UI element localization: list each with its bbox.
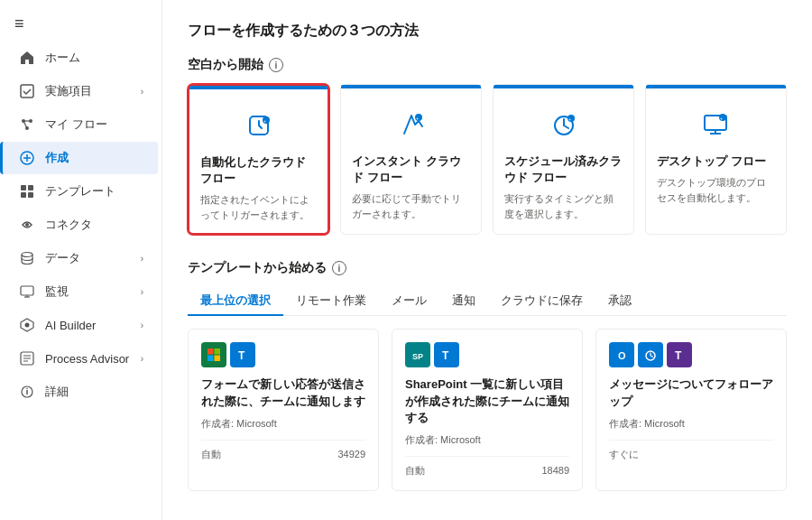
svg-rect-10	[28, 185, 33, 190]
template-card-tc3[interactable]: OTメッセージについてフォローアップ作成者: Microsoftすぐに	[595, 329, 787, 491]
flow-card-instant[interactable]: +インスタント クラウド フロー必要に応じて手動でトリガーされます。	[340, 84, 482, 235]
svg-point-19	[25, 323, 30, 328]
template-cards-row: Tフォームで新しい応答が送信された際に、チームに通知します作成者: Micros…	[188, 329, 787, 491]
sidebar-item-monitor[interactable]: 監視›	[4, 275, 158, 308]
template-tab-approve[interactable]: 承認	[595, 287, 644, 316]
home-icon	[18, 49, 36, 67]
connector-icon	[18, 216, 36, 234]
card-top-bar-instant	[341, 85, 481, 88]
tc-title-tc1: フォームで新しい応答が送信された際に、チームに通知します	[201, 376, 365, 409]
card-desc-schedule: 実行するタイミングと頻度を選択します。	[504, 191, 623, 221]
card-label-auto: 自動化したクラウド フロー	[200, 154, 317, 187]
tc-author-tc1: 作成者: Microsoft	[201, 417, 365, 431]
sidebar-item-template[interactable]: テンプレート	[4, 175, 158, 208]
svg-text:+: +	[263, 118, 266, 124]
template-card-tc1[interactable]: Tフォームで新しい応答が送信された際に、チームに通知します作成者: Micros…	[188, 329, 379, 491]
svg-text:+: +	[415, 116, 419, 121]
chevron-icon-data: ›	[141, 254, 143, 264]
svg-text:+: +	[567, 116, 571, 122]
tc-count-tc1: 34929	[337, 449, 365, 460]
svg-line-34	[564, 125, 568, 128]
template-tabs: 最上位の選択リモート作業メール通知クラウドに保存承認	[188, 287, 787, 316]
tc-icons-tc3: OT	[609, 342, 773, 367]
svg-text:T: T	[442, 349, 449, 362]
card-desc-auto: 指定されたイベントによってトリガーされます。	[200, 192, 317, 222]
sidebar-item-aibuilder[interactable]: AI Builder›	[4, 309, 158, 341]
svg-rect-15	[21, 286, 33, 295]
flow-card-schedule[interactable]: +スケジュール済みクラウド フロー実行するタイミングと頻度を選択します。	[493, 84, 634, 235]
template-card-tc2[interactable]: SPTSharePoint 一覧に新しい項目が作成された際にチームに通知する作成…	[392, 329, 583, 491]
tc-icons-tc1: T	[201, 342, 365, 367]
card-top-bar-desktop	[646, 85, 786, 88]
sidebar-item-myflow[interactable]: マイ フロー	[4, 108, 158, 141]
page-title: フローを作成するための３つの方法	[188, 22, 787, 41]
tc-badge-tc2: 自動	[405, 464, 425, 478]
sidebar-item-label-myflow: マイ フロー	[45, 116, 143, 133]
hamburger-menu[interactable]: ≡	[0, 7, 161, 41]
svg-rect-44	[208, 356, 214, 362]
data-icon	[18, 249, 36, 267]
template-section-title: テンプレートから始める i	[188, 260, 787, 276]
aibuilder-icon	[18, 316, 36, 334]
svg-text:O: O	[618, 350, 626, 361]
tc-footer-tc2: 自動18489	[405, 456, 569, 478]
sidebar-item-data[interactable]: データ›	[4, 242, 158, 274]
sidebar-item-label-monitor: 監視	[45, 283, 141, 300]
sidebar-item-label-detail: 詳細	[45, 384, 143, 400]
tc-icon-tc2-0: SP	[405, 342, 430, 367]
svg-line-5	[23, 121, 27, 128]
template-tab-notify[interactable]: 通知	[439, 287, 488, 316]
card-icon-area-desktop: +	[657, 103, 775, 146]
sidebar-item-connector[interactable]: コネクタ	[4, 209, 158, 241]
tc-title-tc2: SharePoint 一覧に新しい項目が作成された際にチームに通知する	[405, 376, 569, 426]
tc-badge-tc3: すぐに	[609, 448, 639, 461]
sidebar-item-label-jisshi: 実施項目	[45, 83, 141, 99]
jisshi-icon	[18, 82, 36, 100]
card-top-bar-schedule	[494, 85, 633, 88]
card-desc-desktop: デスクトップ環境のプロセスを自動化します。	[657, 175, 775, 205]
blank-info-icon[interactable]: i	[269, 58, 283, 72]
flow-card-auto[interactable]: +自動化したクラウド フロー指定されたイベントによってトリガーされます。	[188, 84, 329, 235]
sidebar-item-label-template: テンプレート	[45, 183, 143, 200]
template-tab-remote[interactable]: リモート作業	[283, 287, 379, 316]
template-tab-mail[interactable]: メール	[379, 287, 439, 316]
flow-card-desktop[interactable]: +デスクトップ フローデスクトップ環境のプロセスを自動化します。	[645, 84, 787, 235]
svg-point-26	[26, 388, 28, 390]
svg-rect-45	[215, 356, 221, 362]
sidebar-item-processadvisor[interactable]: Process Advisor›	[4, 342, 158, 375]
sidebar-item-detail[interactable]: 詳細	[4, 376, 158, 408]
tc-footer-tc3: すぐに	[609, 440, 773, 461]
svg-rect-11	[21, 192, 26, 198]
chevron-icon-jisshi: ›	[141, 87, 143, 97]
card-icon-area-auto: +	[200, 104, 317, 147]
sidebar-item-home[interactable]: ホーム	[4, 42, 158, 74]
template-icon	[18, 182, 36, 200]
template-info-icon[interactable]: i	[332, 261, 346, 275]
svg-text:+: +	[720, 116, 724, 121]
svg-rect-43	[215, 348, 221, 355]
svg-text:T: T	[675, 349, 682, 362]
tc-badge-tc1: 自動	[201, 448, 221, 461]
processadvisor-icon	[18, 349, 36, 367]
svg-text:T: T	[238, 349, 245, 362]
sidebar-item-create[interactable]: 作成	[0, 142, 158, 174]
svg-rect-9	[21, 185, 26, 190]
tc-icon-tc2-1: T	[434, 342, 459, 367]
template-tab-cloud[interactable]: クラウドに保存	[488, 287, 595, 316]
chevron-icon-aibuilder: ›	[141, 320, 143, 330]
sidebar-item-label-connector: コネクタ	[45, 217, 143, 233]
sidebar-item-label-data: データ	[45, 250, 141, 266]
tc-icon-tc3-2: T	[667, 342, 692, 367]
card-desc-instant: 必要に応じて手動でトリガーされます。	[352, 191, 470, 221]
tc-icons-tc2: SPT	[405, 342, 569, 367]
card-icon-area-schedule: +	[504, 103, 623, 146]
svg-rect-42	[208, 348, 214, 355]
template-tab-top[interactable]: 最上位の選択	[188, 287, 283, 316]
main-content: フローを作成するための３つの方法 空白から開始 i +自動化したクラウド フロー…	[162, 0, 812, 520]
tc-count-tc2: 18489	[541, 465, 569, 476]
sidebar-item-jisshi[interactable]: 実施項目›	[4, 75, 158, 107]
chevron-icon-processadvisor: ›	[141, 354, 143, 364]
myflow-icon	[18, 116, 36, 134]
card-label-schedule: スケジュール済みクラウド フロー	[504, 153, 623, 186]
blank-section-title: 空白から開始 i	[188, 57, 787, 73]
